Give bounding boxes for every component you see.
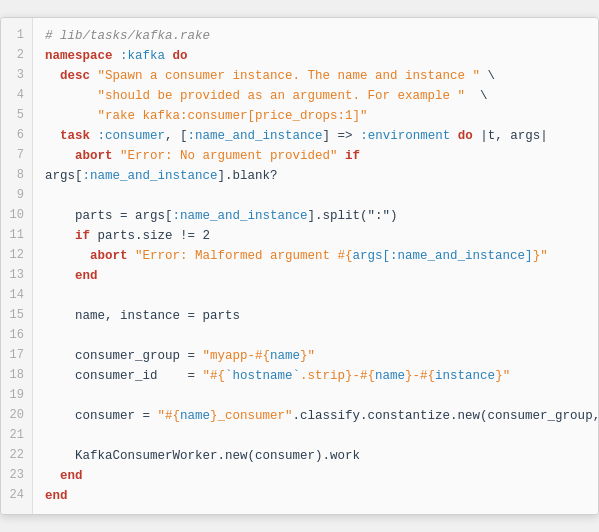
token-symbol: :consumer bbox=[98, 126, 166, 146]
code-line: "should be provided as an argument. For … bbox=[33, 86, 598, 106]
line-number: 24 bbox=[1, 486, 32, 506]
token-string: "should be provided as an argument. For … bbox=[98, 86, 466, 106]
line-number: 1 bbox=[1, 26, 32, 46]
token-default bbox=[338, 146, 346, 166]
token-default: |t, args| bbox=[473, 126, 548, 146]
token-interp: args[:name_and_instance] bbox=[353, 246, 533, 266]
token-interp: name bbox=[270, 346, 300, 366]
line-number: 12 bbox=[1, 246, 32, 266]
token-default bbox=[45, 466, 60, 486]
token-string: "rake kafka:consumer[price_drops:1]" bbox=[98, 106, 368, 126]
line-number: 20 bbox=[1, 406, 32, 426]
token-string: "Error: No argument provided" bbox=[120, 146, 338, 166]
token-default: .classify.constantize.new(consumer_group… bbox=[293, 406, 598, 426]
token-string: "#{ bbox=[203, 366, 226, 386]
token-interp: `hostname` bbox=[225, 366, 300, 386]
token-default: ].split(":") bbox=[308, 206, 398, 226]
token-string: }" bbox=[495, 366, 510, 386]
token-default bbox=[450, 126, 458, 146]
line-number: 3 bbox=[1, 66, 32, 86]
line-number: 2 bbox=[1, 46, 32, 66]
token-default: consumer_id = bbox=[45, 366, 203, 386]
token-keyword: abort bbox=[75, 146, 113, 166]
code-line: args[:name_and_instance].blank? bbox=[33, 166, 598, 186]
code-line: abort "Error: Malformed argument #{args[… bbox=[33, 246, 598, 266]
code-window: 123456789101112131415161718192021222324 … bbox=[0, 17, 599, 515]
token-default bbox=[45, 266, 75, 286]
code-line: parts = args[:name_and_instance].split("… bbox=[33, 206, 598, 226]
token-string: "Error: Malformed argument #{ bbox=[135, 246, 353, 266]
line-number: 17 bbox=[1, 346, 32, 366]
code-line: consumer_group = "myapp-#{name}" bbox=[33, 346, 598, 366]
token-symbol: :name_and_instance bbox=[83, 166, 218, 186]
line-number: 11 bbox=[1, 226, 32, 246]
code-line: consumer_id = "#{`hostname`.strip}-#{nam… bbox=[33, 366, 598, 386]
token-default bbox=[45, 66, 60, 86]
code-content[interactable]: # lib/tasks/kafka.rakenamespace :kafka d… bbox=[33, 18, 598, 514]
token-keyword: if bbox=[345, 146, 360, 166]
code-line: if parts.size != 2 bbox=[33, 226, 598, 246]
line-number: 8 bbox=[1, 166, 32, 186]
code-line: desc "Spawn a consumer instance. The nam… bbox=[33, 66, 598, 86]
token-default: parts.size != 2 bbox=[90, 226, 210, 246]
line-number: 16 bbox=[1, 326, 32, 346]
token-default: \ bbox=[465, 86, 488, 106]
token-default: , [ bbox=[165, 126, 188, 146]
token-string: }_consumer" bbox=[210, 406, 293, 426]
code-line: consumer = "#{name}_consumer".classify.c… bbox=[33, 406, 598, 426]
token-string: "Spawn a consumer instance. The name and… bbox=[98, 66, 481, 86]
token-interp: instance bbox=[435, 366, 495, 386]
code-line bbox=[33, 186, 598, 206]
code-line: end bbox=[33, 486, 598, 506]
token-default bbox=[45, 106, 98, 126]
token-symbol: :name_and_instance bbox=[188, 126, 323, 146]
token-default: name, instance = parts bbox=[45, 306, 240, 326]
token-symbol: :name_and_instance bbox=[173, 206, 308, 226]
code-line: end bbox=[33, 266, 598, 286]
token-symbol: :kafka bbox=[113, 46, 166, 66]
line-number: 14 bbox=[1, 286, 32, 306]
token-keyword: do bbox=[458, 126, 473, 146]
token-string: "#{ bbox=[158, 406, 181, 426]
token-default bbox=[45, 226, 75, 246]
code-line bbox=[33, 326, 598, 346]
token-default: consumer = bbox=[45, 406, 158, 426]
token-default: parts = args[ bbox=[45, 206, 173, 226]
token-default: args[ bbox=[45, 166, 83, 186]
token-default bbox=[45, 246, 90, 266]
token-keyword: desc bbox=[60, 66, 90, 86]
line-number: 7 bbox=[1, 146, 32, 166]
code-line: namespace :kafka do bbox=[33, 46, 598, 66]
code-line bbox=[33, 426, 598, 446]
token-keyword: abort bbox=[90, 246, 128, 266]
code-line: end bbox=[33, 466, 598, 486]
token-keyword: do bbox=[165, 46, 188, 66]
line-number: 9 bbox=[1, 186, 32, 206]
line-number: 13 bbox=[1, 266, 32, 286]
line-numbers: 123456789101112131415161718192021222324 bbox=[1, 18, 33, 514]
line-number: 4 bbox=[1, 86, 32, 106]
token-default: KafkaConsumerWorker.new(consumer).work bbox=[45, 446, 360, 466]
token-default bbox=[128, 246, 136, 266]
token-default bbox=[90, 126, 98, 146]
code-container: 123456789101112131415161718192021222324 … bbox=[1, 18, 598, 514]
token-interp: name bbox=[180, 406, 210, 426]
token-string: }" bbox=[533, 246, 548, 266]
token-keyword: end bbox=[60, 466, 83, 486]
token-symbol: :environment bbox=[360, 126, 450, 146]
token-default bbox=[90, 66, 98, 86]
token-string: .strip}-#{ bbox=[300, 366, 375, 386]
token-default: consumer_group = bbox=[45, 346, 203, 366]
token-default: ].blank? bbox=[218, 166, 278, 186]
line-number: 6 bbox=[1, 126, 32, 146]
token-default bbox=[45, 126, 60, 146]
token-default: \ bbox=[480, 66, 495, 86]
token-default bbox=[113, 146, 121, 166]
token-keyword: end bbox=[45, 486, 68, 506]
token-interp: name bbox=[375, 366, 405, 386]
token-keyword: namespace bbox=[45, 46, 113, 66]
code-line bbox=[33, 386, 598, 406]
line-number: 18 bbox=[1, 366, 32, 386]
token-default bbox=[45, 146, 75, 166]
token-default bbox=[45, 86, 98, 106]
